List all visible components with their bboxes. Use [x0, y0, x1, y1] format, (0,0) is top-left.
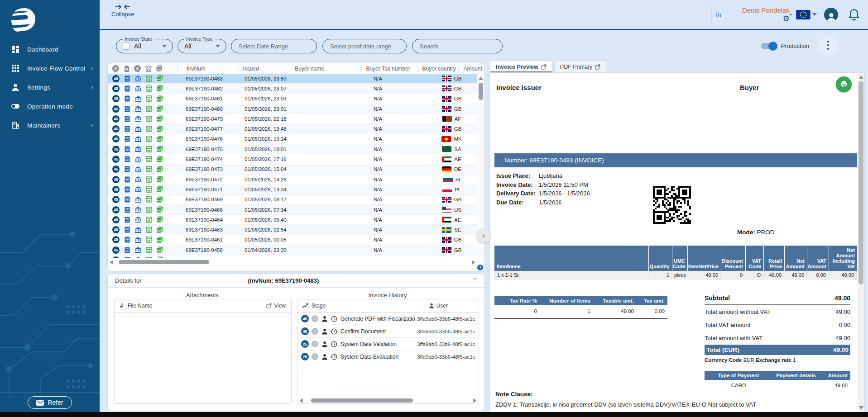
history-row[interactable]: 45 i Generate PDF with Fiscalization Dat… — [297, 313, 479, 325]
store-icon[interactable] — [145, 156, 152, 163]
table-row[interactable]: 45 PDF 69E37190-0466 01/05/2026, 07:34 N… — [108, 205, 477, 215]
bank-icon[interactable] — [134, 126, 141, 133]
pdf-icon[interactable]: PDF — [156, 196, 163, 203]
print-button[interactable] — [836, 76, 852, 92]
store-icon[interactable] — [145, 246, 152, 253]
invoice-type-select[interactable]: Invoice Type All — [177, 39, 226, 53]
language-flag-eu[interactable] — [796, 10, 810, 19]
document-icon[interactable] — [124, 75, 130, 82]
document-icon[interactable] — [124, 126, 130, 133]
gear-icon[interactable]: ⚙✦ — [783, 15, 790, 23]
bank-icon[interactable] — [134, 227, 141, 233]
document-icon[interactable] — [124, 95, 130, 102]
invoice-table-horizontal-scrollbar[interactable] — [108, 259, 477, 265]
table-row[interactable]: 45 PDF 69E37190-0480 01/05/2026, 23:01 N… — [108, 104, 477, 114]
chevron-down-icon[interactable] — [812, 13, 817, 16]
history-row[interactable]: 35 i Confirm Document 3ffa9ab0-33b6-48f5… — [297, 325, 479, 338]
store-icon[interactable] — [145, 196, 152, 203]
pdf-icon[interactable]: PDF — [156, 227, 163, 233]
bank-icon[interactable] — [134, 146, 141, 152]
store-icon[interactable] — [145, 115, 152, 122]
bank-icon[interactable] — [134, 246, 141, 253]
store-icon[interactable] — [145, 126, 152, 133]
table-row[interactable]: 45 PDF 69E37190-0472 01/05/2026, 14:28 N… — [108, 175, 477, 185]
collapse-chevron-icon[interactable]: ⌃ — [473, 277, 477, 284]
table-row[interactable]: 45 PDF 69E37190-0471 01/05/2026, 13:34 N… — [108, 185, 477, 194]
bank-icon[interactable] — [134, 95, 141, 102]
table-row[interactable]: 45 PDF 69E37190-0463 01/05/2026, 02:54 N… — [108, 225, 477, 235]
sidebar-item-operation-mode[interactable]: Operation mode — [0, 97, 100, 116]
pdf-icon[interactable]: PDF — [156, 85, 163, 92]
bank-icon[interactable] — [134, 85, 141, 92]
document-icon[interactable] — [124, 156, 130, 163]
document-icon[interactable] — [124, 206, 130, 213]
sidebar-item-settings[interactable]: Settings › — [0, 78, 100, 97]
store-icon[interactable] — [145, 95, 152, 102]
col-buyer-country[interactable]: Buyer country — [417, 66, 459, 72]
table-row[interactable]: 45 PDF 69E37190-0476 01/05/2026, 19:14 N… — [108, 134, 477, 144]
col-amount[interactable]: Amount — [458, 66, 484, 72]
pdf-icon[interactable]: PDF — [156, 166, 163, 173]
table-row[interactable]: 45 PDF 69E37190-0469 01/05/2026, 08:17 N… — [108, 195, 477, 205]
document-icon[interactable] — [124, 105, 130, 112]
table-row[interactable]: 45 PDF 69E37190-0464 01/05/2026, 05:40 N… — [108, 215, 477, 225]
store-icon[interactable] — [145, 206, 152, 213]
pdf-icon[interactable]: PDF — [156, 95, 163, 102]
table-row[interactable]: 45 PDF 69E37190-0473 01/05/2026, 15:04 N… — [108, 165, 477, 175]
invoice-state-checkbox[interactable] — [123, 43, 130, 50]
bank-icon[interactable] — [134, 166, 141, 173]
document-icon[interactable] — [124, 196, 130, 203]
document-icon[interactable] — [124, 256, 130, 258]
pdf-icon[interactable]: PDF — [156, 256, 163, 258]
store-icon[interactable] — [145, 146, 152, 152]
pdf-icon[interactable]: PDF — [156, 75, 163, 82]
tab-invoice-preview[interactable]: Invoice Preview — [490, 60, 552, 73]
refer-button[interactable]: Refer — [28, 396, 72, 409]
bank-icon[interactable] — [134, 156, 141, 163]
store-icon[interactable] — [145, 227, 152, 233]
document-icon[interactable] — [124, 85, 130, 92]
table-row[interactable]: 45 PDF 69E37190-0458 01/04/2026, 22:30 N… — [108, 245, 477, 255]
sidebar-item-maintainers[interactable]: Maintainers › — [0, 116, 100, 135]
table-row[interactable]: 45 PDF 69E37190-0481 01/05/2026, 23:03 N… — [108, 94, 477, 104]
pdf-icon[interactable]: PDF — [156, 246, 163, 253]
col-buyer-name[interactable]: Buyer name — [290, 66, 361, 72]
table-row[interactable]: 45 PDF 69E37190-0477 01/05/2026, 19:48 N… — [108, 124, 477, 134]
search-input[interactable] — [419, 43, 496, 50]
pdf-icon[interactable]: PDF — [156, 206, 163, 213]
pdf-icon[interactable]: PDF — [156, 186, 163, 193]
store-icon[interactable] — [145, 105, 152, 112]
proof-date-range-input[interactable] — [329, 43, 400, 50]
col-buyer-tax[interactable]: Buyer Tax number — [361, 66, 417, 72]
document-icon[interactable] — [124, 237, 130, 243]
document-icon[interactable] — [124, 216, 130, 223]
expand-panel-button[interactable]: › — [476, 228, 491, 243]
bank-icon[interactable] — [134, 237, 141, 243]
store-icon[interactable] — [145, 85, 152, 92]
notifications-bell-icon[interactable] — [848, 8, 860, 21]
info-icon[interactable]: i — [312, 328, 318, 335]
table-row[interactable]: 45 PDF — [108, 255, 477, 258]
info-icon[interactable]: i — [312, 341, 318, 347]
bank-icon[interactable] — [134, 115, 141, 122]
document-icon[interactable] — [124, 136, 130, 142]
table-row[interactable]: 45 PDF 69E37190-0482 01/05/2026, 23:07 N… — [108, 84, 477, 94]
pdf-icon[interactable]: PDF — [156, 115, 163, 122]
document-icon[interactable] — [124, 186, 130, 193]
preview-vertical-scrollbar[interactable] — [858, 73, 864, 412]
help-button[interactable]: ? — [477, 265, 483, 270]
table-row[interactable]: 45 PDF 69E37190-0479 01/05/2026, 22:18 N… — [108, 114, 477, 124]
pdf-icon[interactable]: PDF — [156, 216, 163, 223]
pdf-icon[interactable]: PDF — [156, 146, 163, 152]
table-row[interactable]: 45 PDF 69E37190-0461 01/05/2026, 00:05 N… — [108, 235, 477, 245]
table-row[interactable]: 45 PDF 69E37190-0483 01/05/2026, 23:50 N… — [108, 74, 477, 84]
view-button[interactable]: View — [266, 303, 286, 309]
bank-icon[interactable] — [134, 256, 141, 258]
avatar[interactable] — [824, 8, 838, 22]
sidebar-item-dashboard[interactable]: Dashboard — [0, 40, 100, 59]
history-row[interactable]: 20 i System Data Evaluation 3ffa9ab0-33b… — [297, 351, 479, 363]
store-icon[interactable] — [145, 216, 152, 223]
details-header[interactable]: Details for (InvNum: 69E37190-0483) ⌃ — [108, 274, 484, 288]
bank-icon[interactable] — [134, 75, 141, 82]
more-options-button[interactable] — [818, 35, 838, 55]
